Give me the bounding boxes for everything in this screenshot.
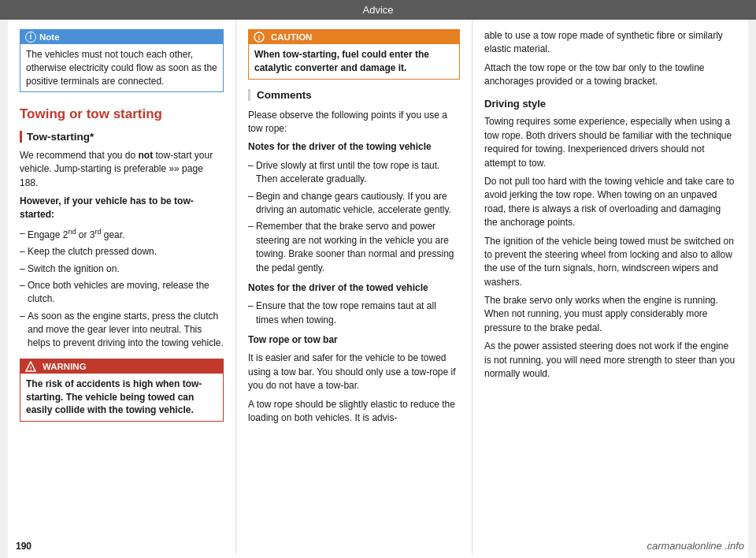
list-item: Drive slowly at first until the tow rope… [248, 159, 460, 187]
right-column: able to use a tow rope made of synthetic… [472, 20, 748, 554]
section-title: Towing or tow starting [20, 106, 224, 122]
tow-start-steps: Engage 2nd or 3rd gear. Keep the clutch … [20, 227, 224, 351]
note-box-title: Note [39, 32, 60, 42]
svg-text:!: ! [30, 364, 32, 371]
driving-style-p1: Towing requires some experience, especia… [484, 115, 736, 170]
list-item: Remember that the brake servo and power … [248, 220, 460, 275]
bold-heading-towstart: However, if your vehicle has to be tow-s… [20, 195, 224, 222]
warning-box-title: WARNING [43, 362, 87, 371]
page-number: 190 [16, 541, 32, 552]
comments-title: Comments [257, 89, 460, 101]
svg-text:!: ! [258, 34, 261, 42]
list-item: Ensure that the tow rope remains taut at… [248, 299, 460, 327]
watermark: carmanualonline .info [647, 540, 744, 552]
warning-box: ! WARNING The risk of accidents is high … [20, 359, 224, 422]
caution-icon: ! [254, 32, 265, 43]
header-title: Advice [362, 4, 393, 16]
driver-towing-steps: Drive slowly at first until the tow rope… [248, 159, 460, 275]
note-box: i Note The vehicles must not touch each … [20, 29, 224, 92]
driving-style-p3: The ignition of the vehicle being towed … [484, 235, 736, 290]
caution-box: ! CAUTION When tow-starting, fuel could … [248, 29, 460, 80]
driver-towing-heading: Notes for the driver of the towing vehic… [248, 140, 460, 154]
note-box-header: i Note [20, 30, 223, 44]
note-box-body: The vehicles must not touch each other, … [20, 44, 223, 91]
tow-rope-p1: It is easier and safer for the vehicle t… [248, 352, 460, 392]
middle-column: ! CAUTION When tow-starting, fuel could … [236, 20, 472, 554]
list-item: Begin and change gears cautiously. If yo… [248, 190, 460, 218]
list-item: Keep the clutch pressed down. [20, 245, 224, 259]
warning-box-body: The risk of accidents is high when tow-s… [20, 374, 223, 421]
caution-box-header: ! CAUTION [249, 30, 459, 44]
driving-style-p4: The brake servo only works when the engi… [484, 294, 736, 335]
driving-style-heading: Driving style [484, 97, 736, 112]
right-p2: Attach the tow rope or the tow bar only … [484, 61, 736, 89]
list-item: Switch the ignition on. [20, 262, 224, 276]
warning-icon: ! [25, 361, 36, 372]
driving-style-p2: Do not pull too hard with the towing veh… [484, 175, 736, 230]
subsection-title: Tow-starting* [20, 131, 224, 143]
driving-style-p5: As the power assisted steering does not … [484, 340, 736, 381]
driver-towed-steps: Ensure that the tow rope remains taut at… [248, 299, 460, 327]
left-column: i Note The vehicles must not touch each … [8, 20, 236, 554]
info-icon: i [25, 32, 36, 43]
intro-paragraph: We recommend that you do not tow-start y… [20, 149, 224, 190]
tow-rope-p2: A tow rope should be slightly elastic to… [248, 398, 460, 426]
caution-box-title: CAUTION [271, 32, 312, 42]
driver-towed-heading: Notes for the driver of the towed vehicl… [248, 281, 460, 295]
list-item: As soon as the engine starts, press the … [20, 310, 224, 351]
comments-intro: Please observe the following points if y… [248, 109, 460, 136]
right-p1: able to use a tow rope made of synthetic… [484, 29, 736, 57]
caution-box-body: When tow-starting, fuel could enter the … [249, 44, 459, 79]
page-header: Advice [0, 0, 756, 20]
comments-section: Comments [248, 89, 460, 101]
warning-box-header: ! WARNING [20, 359, 223, 374]
tow-rope-heading: Tow rope or tow bar [248, 333, 460, 347]
list-item: Once both vehicles are moving, release t… [20, 279, 224, 307]
list-item: Engage 2nd or 3rd gear. [20, 227, 224, 242]
